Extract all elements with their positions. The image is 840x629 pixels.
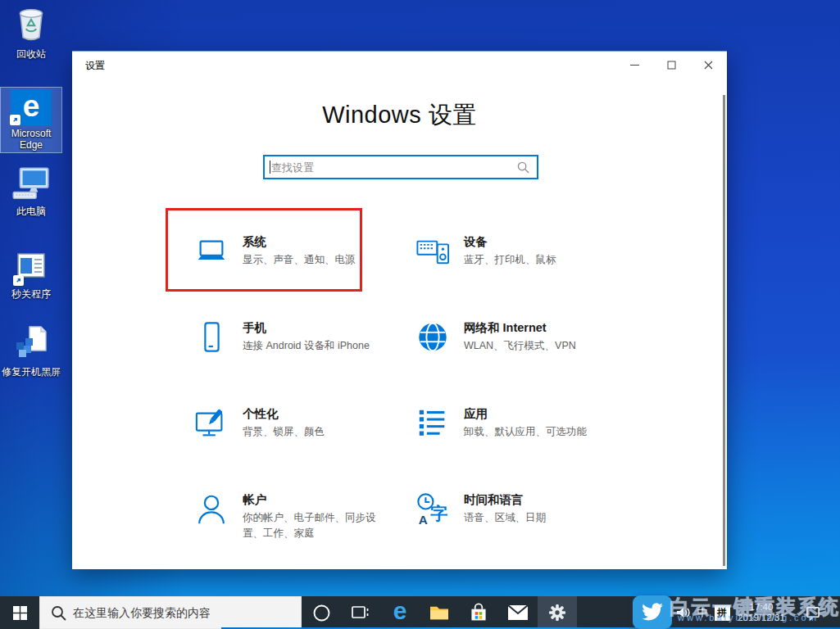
app-window-icon <box>14 250 48 286</box>
desktop-icon-label: 修复开机黑屏 <box>2 366 61 378</box>
desktop-icon-recycle-bin[interactable]: 回收站 <box>0 3 62 61</box>
this-pc-icon <box>11 165 51 203</box>
settings-window: 设置 Windows 设置 <box>72 51 727 569</box>
tile-title: 系统 <box>243 234 356 250</box>
window-scrollbar[interactable] <box>723 95 725 566</box>
settings-tile-devices[interactable]: 设备 蓝牙、打印机、鼠标 <box>415 233 622 314</box>
page-title: Windows 设置 <box>72 99 727 132</box>
store-icon <box>469 603 488 622</box>
tile-subtitle: 卸载、默认应用、可选功能 <box>464 424 587 440</box>
bird-icon <box>641 603 664 622</box>
system-icon <box>194 233 229 269</box>
personalization-icon <box>194 405 229 441</box>
start-button[interactable] <box>0 596 39 629</box>
shortcut-arrow-icon <box>10 115 20 125</box>
desktop-icon-fix-black-screen[interactable]: 修复开机黑屏 <box>0 323 62 379</box>
settings-tile-time-language[interactable]: 字 A 时间和语言 语音、区域、日期 <box>415 491 622 572</box>
search-icon <box>51 605 66 624</box>
settings-tile-accounts[interactable]: 帐户 你的帐户、电子邮件、同步设置、工作、家庭 <box>194 491 401 572</box>
shortcut-arrow-icon <box>13 275 24 286</box>
gear-icon <box>548 604 566 622</box>
recycle-bin-icon <box>13 5 49 46</box>
tile-subtitle: WLAN、飞行模式、VPN <box>464 338 576 354</box>
settings-tile-apps[interactable]: 应用 卸载、默认应用、可选功能 <box>415 405 622 486</box>
tile-title: 设备 <box>464 234 556 250</box>
tile-subtitle: 连接 Android 设备和 iPhone <box>243 338 370 354</box>
close-button[interactable] <box>690 52 727 78</box>
settings-app-button[interactable] <box>538 596 577 629</box>
edge-icon: e <box>11 89 52 125</box>
time-language-icon: 字 A <box>415 491 450 527</box>
maximize-button[interactable] <box>653 52 690 78</box>
desktop-icon-label: 回收站 <box>16 48 46 60</box>
settings-tile-system[interactable]: 系统 显示、声音、通知、电源 <box>194 233 401 314</box>
mail-icon <box>507 604 529 621</box>
minimize-button[interactable] <box>616 52 653 78</box>
file-explorer-button[interactable] <box>420 596 459 629</box>
edge-icon: e <box>393 599 407 623</box>
settings-search-box[interactable] <box>263 155 538 179</box>
search-icon[interactable] <box>517 161 529 177</box>
tile-subtitle: 显示、声音、通知、电源 <box>243 252 356 268</box>
tile-title: 帐户 <box>243 492 395 508</box>
text-cursor <box>270 161 270 174</box>
svg-text:A: A <box>419 513 428 527</box>
taskbar: e <box>0 596 840 629</box>
tile-title: 个性化 <box>243 406 325 422</box>
apps-list-icon <box>415 405 450 441</box>
clock-date: 2019/12/31 <box>738 613 785 623</box>
taskbar-search-input[interactable] <box>73 597 294 628</box>
settings-tile-personalization[interactable]: 个性化 背景、锁屏、颜色 <box>194 405 401 486</box>
ime-language-indicator[interactable]: 拼 <box>711 596 733 629</box>
cubes-document-icon <box>12 324 50 364</box>
tile-title: 应用 <box>464 406 587 422</box>
action-center-icon <box>806 605 821 621</box>
desktop-icon-label: 此电脑 <box>16 206 46 217</box>
tile-subtitle: 蓝牙、打印机、鼠标 <box>464 252 556 268</box>
window-title: 设置 <box>85 59 105 73</box>
volume-button[interactable] <box>674 596 693 629</box>
task-view-icon <box>351 604 370 621</box>
desktop: 回收站 e Microsoft Edge 此电脑 <box>0 0 840 629</box>
folder-icon <box>429 604 450 622</box>
phone-icon <box>194 319 229 355</box>
watermark-bird-logo <box>633 595 672 629</box>
tile-title: 手机 <box>243 320 370 336</box>
network-globe-icon <box>415 319 450 355</box>
settings-search-input[interactable] <box>271 156 509 178</box>
desktop-icon-label: 秒关程序 <box>11 288 51 300</box>
tile-subtitle: 语音、区域、日期 <box>464 510 546 526</box>
desktop-icon-microsoft-edge[interactable]: e Microsoft Edge <box>0 87 62 153</box>
svg-text:字: 字 <box>430 504 447 523</box>
ime-mode-indicator[interactable]: 中 <box>693 596 711 629</box>
windows-logo-icon <box>13 606 27 620</box>
clock-time: 17:40 <box>750 602 774 613</box>
speaker-icon <box>676 606 691 619</box>
tile-subtitle: 你的帐户、电子邮件、同步设置、工作、家庭 <box>243 510 395 541</box>
settings-tile-phone[interactable]: 手机 连接 Android 设备和 iPhone <box>194 319 401 400</box>
desktop-icon-quick-close-app[interactable]: 秒关程序 <box>0 248 62 301</box>
taskbar-search-box[interactable] <box>39 596 302 629</box>
desktop-icon-label: Microsoft Edge <box>1 128 61 151</box>
desktop-icon-this-pc[interactable]: 此电脑 <box>0 164 62 219</box>
settings-tile-network[interactable]: 网络和 Internet WLAN、飞行模式、VPN <box>415 319 622 400</box>
accounts-person-icon <box>194 491 229 527</box>
cortana-button[interactable] <box>302 596 341 629</box>
window-titlebar[interactable]: 设置 <box>72 52 727 78</box>
action-center-button[interactable] <box>797 596 829 629</box>
cortana-icon <box>312 604 331 622</box>
tile-title: 时间和语言 <box>464 492 546 508</box>
taskbar-edge-button[interactable]: e <box>380 596 420 629</box>
mail-button[interactable] <box>498 596 538 629</box>
clock[interactable]: 17:40 2019/12/31 <box>733 596 790 629</box>
tile-subtitle: 背景、锁屏、颜色 <box>243 424 325 440</box>
task-view-button[interactable] <box>341 596 380 629</box>
store-button[interactable] <box>459 596 498 629</box>
tile-title: 网络和 Internet <box>464 320 576 336</box>
devices-icon <box>415 233 450 269</box>
